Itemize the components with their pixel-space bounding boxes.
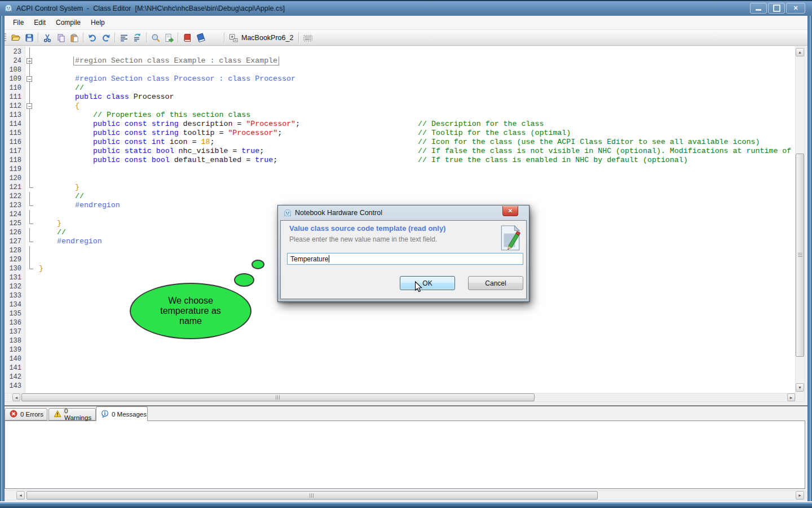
code-text[interactable]: // Properties of this section class bbox=[34, 111, 812, 120]
tab-warnings[interactable]: 0 Warnings bbox=[48, 408, 96, 421]
copy-icon bbox=[56, 33, 66, 43]
cancel-button[interactable]: Cancel bbox=[468, 276, 523, 290]
code-text[interactable] bbox=[34, 165, 800, 174]
search-button[interactable] bbox=[149, 31, 162, 45]
code-line-138: 138 bbox=[5, 336, 795, 345]
export-doc-button[interactable] bbox=[162, 31, 176, 45]
device-label: MacBookPro6_2 bbox=[241, 34, 293, 42]
keyboard-button[interactable] bbox=[301, 31, 315, 45]
code-text[interactable] bbox=[34, 354, 800, 364]
line-number: 134 bbox=[5, 300, 21, 309]
save-button[interactable] bbox=[23, 31, 36, 45]
code-text[interactable]: public const int icon = 18;// Icon for t… bbox=[34, 138, 812, 147]
code-text[interactable] bbox=[34, 373, 800, 382]
panel-scroll-thumb[interactable] bbox=[27, 491, 598, 500]
menu-help[interactable]: Help bbox=[86, 17, 110, 28]
code-text[interactable]: #region Section class Processor : class … bbox=[34, 75, 812, 84]
align-lines-button[interactable] bbox=[117, 31, 131, 45]
fold-line-icon bbox=[25, 255, 34, 264]
book-red-button[interactable] bbox=[180, 31, 194, 45]
code-line-116: 116public const int icon = 18;// Icon fo… bbox=[5, 138, 795, 147]
code-text[interactable]: public const string tooltip = "Processor… bbox=[34, 129, 812, 138]
panel-scroll-left-arrow[interactable]: ◄ bbox=[16, 491, 25, 500]
warning-icon bbox=[54, 410, 61, 419]
line-number: 112 bbox=[5, 102, 21, 111]
tree-toggle-button[interactable] bbox=[227, 31, 240, 45]
undo-button[interactable] bbox=[86, 31, 99, 45]
fold-toggle-icon[interactable] bbox=[25, 56, 34, 65]
code-text[interactable]: public static bool nhc_visible = true;//… bbox=[34, 147, 812, 156]
menu-edit[interactable]: Edit bbox=[29, 17, 51, 28]
menu-compile[interactable]: Compile bbox=[51, 17, 86, 28]
code-line-112: 112{ bbox=[5, 102, 795, 111]
code-text[interactable]: #region Section class Example : class Ex… bbox=[34, 56, 812, 65]
code-text[interactable]: // bbox=[34, 192, 812, 201]
format-lines-button[interactable] bbox=[131, 31, 144, 45]
minimize-button[interactable] bbox=[750, 3, 767, 14]
value-name-input[interactable]: Temperature bbox=[287, 253, 523, 265]
fold-line-icon bbox=[25, 228, 34, 237]
title-bar[interactable]: ACPI Control System - Class Editor [M:\N… bbox=[0, 0, 812, 16]
code-text[interactable]: public const bool default_enabled = true… bbox=[34, 156, 812, 165]
code-text[interactable] bbox=[34, 65, 800, 75]
dialog-title-bar[interactable]: Notebook Hardware Control bbox=[278, 205, 529, 220]
code-text[interactable] bbox=[34, 345, 800, 354]
code-line-24: 24#region Section class Example : class … bbox=[5, 56, 795, 65]
code-text[interactable]: { bbox=[34, 102, 812, 111]
fold-line-icon bbox=[25, 147, 34, 156]
collapsed-region[interactable]: #region Section class Example : class Ex… bbox=[73, 56, 279, 65]
maximize-icon bbox=[773, 5, 780, 12]
line-number: 129 bbox=[5, 255, 21, 264]
code-text[interactable]: public const string description = "Proce… bbox=[34, 120, 812, 129]
panel-scroll-right-arrow[interactable]: ► bbox=[796, 491, 804, 500]
toolbar-grip[interactable] bbox=[5, 33, 6, 42]
app-ghost-icon bbox=[4, 4, 13, 13]
hscroll-left-arrow[interactable]: ◄ bbox=[12, 393, 20, 401]
code-text[interactable] bbox=[34, 364, 800, 373]
menu-file[interactable]: File bbox=[8, 17, 29, 28]
tab-messages[interactable]: 0 Messages bbox=[96, 406, 148, 421]
code-text[interactable]: // bbox=[34, 84, 812, 93]
line-number: 116 bbox=[5, 138, 21, 147]
dialog-close-button[interactable]: ✕ bbox=[502, 206, 518, 216]
fold-toggle-icon[interactable] bbox=[25, 75, 34, 84]
redo-button[interactable] bbox=[99, 31, 113, 45]
ok-button[interactable]: OK bbox=[400, 276, 455, 290]
keyboard-icon bbox=[303, 33, 313, 43]
hscroll-right-arrow[interactable]: ► bbox=[787, 393, 795, 401]
line-number: 131 bbox=[5, 273, 21, 282]
trailing-comment: // Description for the class bbox=[418, 120, 544, 129]
open-folder-icon bbox=[11, 33, 21, 43]
dialog-title: Notebook Hardware Control bbox=[295, 209, 382, 217]
fold-line-icon bbox=[25, 93, 34, 102]
hscroll-thumb[interactable] bbox=[21, 393, 535, 401]
open-folder-button[interactable] bbox=[9, 31, 23, 45]
vscroll-up-arrow[interactable]: ▲ bbox=[796, 48, 804, 56]
fold-toggle-icon[interactable] bbox=[25, 102, 34, 111]
vscroll-down-arrow[interactable]: ▼ bbox=[796, 383, 804, 392]
code-text[interactable]: } bbox=[34, 183, 812, 192]
code-text[interactable] bbox=[34, 47, 800, 56]
toolbar-separator bbox=[298, 33, 299, 43]
close-button[interactable]: ✕ bbox=[786, 3, 805, 14]
code-text[interactable] bbox=[34, 382, 800, 391]
book-blue-button[interactable] bbox=[194, 31, 208, 45]
maximize-button[interactable] bbox=[768, 3, 785, 14]
messages-list[interactable] bbox=[5, 421, 805, 489]
vscroll-thumb[interactable] bbox=[796, 154, 804, 357]
line-number: 23 bbox=[5, 47, 21, 56]
paste-button[interactable] bbox=[68, 31, 81, 45]
code-line-113: 113// Properties of this section class bbox=[5, 111, 795, 120]
copy-button[interactable] bbox=[54, 31, 68, 45]
code-text[interactable] bbox=[34, 174, 800, 183]
tab-label: 0 Errors bbox=[20, 411, 43, 418]
line-number: 143 bbox=[5, 382, 21, 391]
toolbar-separator bbox=[38, 33, 39, 43]
fold-line-icon bbox=[25, 111, 34, 120]
speech-bubble-dot-small bbox=[251, 260, 264, 269]
code-line-119: 119 bbox=[5, 165, 795, 174]
dialog-notebook-hardware-control: Notebook Hardware Control ✕ Value class … bbox=[277, 205, 529, 302]
tab-errors[interactable]: 0 Errors bbox=[5, 408, 47, 421]
code-text[interactable]: public class Processor bbox=[34, 93, 812, 102]
cut-button[interactable] bbox=[41, 31, 54, 45]
